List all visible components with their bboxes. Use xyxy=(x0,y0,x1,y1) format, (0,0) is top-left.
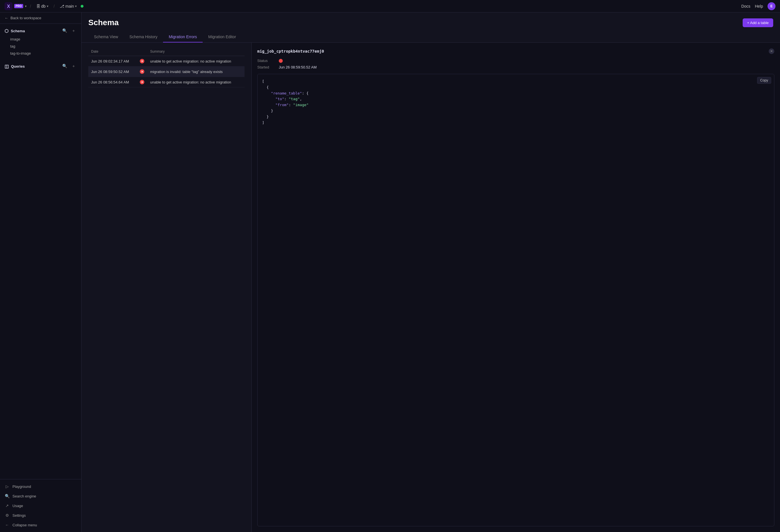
logo[interactable]: X PRO ▾ xyxy=(4,2,27,10)
git-branch-icon: ⎇ xyxy=(60,4,64,8)
tab-migration-errors[interactable]: Migration Errors xyxy=(163,32,203,42)
sidebar-item-search-engine[interactable]: 🔍 Search engine xyxy=(0,491,81,501)
detail-started-row: Started Jun 26 08:59:50.52 AM xyxy=(257,65,774,69)
error-summary: migration is invalid: table "tag" alread… xyxy=(147,66,245,77)
queries-section-title: ◫ Queries xyxy=(4,64,25,69)
branch-status-dot xyxy=(81,5,84,8)
content-area: Date Summary Jun 26 09:02:34.17 AM✕unabl… xyxy=(82,43,780,532)
schema-item-image[interactable]: image xyxy=(0,36,81,43)
error-circle-icon: ✕ xyxy=(140,59,144,63)
xata-logo-icon: X xyxy=(4,2,12,10)
svg-text:X: X xyxy=(7,4,10,9)
branch-name: main xyxy=(65,4,74,8)
branch-selector[interactable]: ⎇ main ▾ xyxy=(58,3,79,9)
schema-item-tag-to-image[interactable]: tag-to-image xyxy=(0,50,81,57)
tab-migration-editor[interactable]: Migration Editor xyxy=(203,32,242,42)
sidebar-item-usage[interactable]: ↗ Usage xyxy=(0,501,81,511)
settings-label: Settings xyxy=(12,513,26,518)
add-table-button[interactable]: + Add a table xyxy=(743,18,773,27)
nav-separator-2: / xyxy=(53,4,55,8)
schema-add-icon[interactable]: ＋ xyxy=(70,28,77,34)
schema-section-title: ⬡ Schema xyxy=(4,28,25,34)
topnav-right: Docs Help E xyxy=(741,2,776,10)
schema-label: Schema xyxy=(11,29,25,33)
db-selector[interactable]: 🗄 db ▾ xyxy=(35,3,50,9)
code-content: [ { "rename_table": { "to": "tag", "from… xyxy=(262,79,770,126)
queries-icon: ◫ xyxy=(4,64,9,69)
tag-to-image-table-label: tag-to-image xyxy=(10,51,31,55)
sidebar-item-settings[interactable]: ⚙ Settings xyxy=(0,511,81,520)
table-row[interactable]: Jun 26 09:02:34.17 AM✕unable to get acti… xyxy=(88,56,245,66)
playground-label: Playground xyxy=(12,484,31,489)
help-link[interactable]: Help xyxy=(755,4,763,8)
back-label: Back to workspace xyxy=(10,16,41,20)
user-avatar[interactable]: E xyxy=(768,2,776,10)
error-summary: unable to get active migration: no activ… xyxy=(147,77,245,88)
table-row[interactable]: Jun 26 08:56:54.64 AM✕unable to get acti… xyxy=(88,77,245,88)
tabs: Schema View Schema History Migration Err… xyxy=(88,32,773,42)
queries-label: Queries xyxy=(11,64,25,68)
schema-section: ⬡ Schema 🔍 ＋ image tag tag-to-image xyxy=(0,24,81,59)
sidebar-item-playground[interactable]: ▷ Playground xyxy=(0,482,81,491)
error-icon-cell: ✕ xyxy=(137,77,147,88)
tab-schema-history[interactable]: Schema History xyxy=(124,32,163,42)
branch-chevron-icon: ▾ xyxy=(75,4,77,8)
detail-close-button[interactable]: ✕ xyxy=(769,48,774,54)
main-header-top: Schema + Add a table xyxy=(88,18,773,27)
detail-meta: Status Started Jun 26 08:59:50.52 AM xyxy=(257,59,774,69)
back-to-workspace[interactable]: ← Back to workspace xyxy=(0,12,81,24)
table-row[interactable]: Jun 26 08:59:50.52 AM✕migration is inval… xyxy=(88,66,245,77)
queries-search-icon[interactable]: 🔍 xyxy=(61,63,68,69)
error-icon-cell: ✕ xyxy=(137,66,147,77)
settings-icon: ⚙ xyxy=(4,513,10,518)
db-icon: 🗄 xyxy=(36,4,40,8)
started-label: Started xyxy=(257,65,274,69)
schema-section-header[interactable]: ⬡ Schema 🔍 ＋ xyxy=(0,26,81,36)
queries-add-icon[interactable]: ＋ xyxy=(70,63,77,69)
collapse-label: Collapse menu xyxy=(12,523,37,527)
pro-chevron-icon: ▾ xyxy=(25,4,27,8)
db-name: db xyxy=(41,4,46,8)
app-body: ← Back to workspace ⬡ Schema 🔍 ＋ image t… xyxy=(0,12,780,532)
schema-section-actions: 🔍 ＋ xyxy=(61,28,77,34)
code-block: Copy [ { "rename_table": { "to": "tag", … xyxy=(257,74,774,526)
db-chevron-icon: ▾ xyxy=(47,4,48,8)
topnav-left: X PRO ▾ / 🗄 db ▾ / ⎇ main ▾ xyxy=(4,2,741,10)
nav-separator: / xyxy=(30,4,31,8)
queries-section-actions: 🔍 ＋ xyxy=(61,63,77,69)
queries-section-header[interactable]: ◫ Queries 🔍 ＋ xyxy=(0,61,81,71)
error-date: Jun 26 08:59:50.52 AM xyxy=(88,66,137,77)
error-date: Jun 26 08:56:54.64 AM xyxy=(88,77,137,88)
errors-panel: Date Summary Jun 26 09:02:34.17 AM✕unabl… xyxy=(82,43,251,532)
tab-schema-view[interactable]: Schema View xyxy=(88,32,124,42)
sidebar-bottom: ▷ Playground 🔍 Search engine ↗ Usage ⚙ S… xyxy=(0,479,81,532)
error-icon-cell: ✕ xyxy=(137,56,147,66)
started-value: Jun 26 08:59:50.52 AM xyxy=(279,65,317,69)
detail-panel: mig_job_cptropkb4ntvac77emj0 ✕ Status St… xyxy=(251,43,780,532)
search-engine-icon: 🔍 xyxy=(4,493,10,499)
col-error-icon xyxy=(137,47,147,56)
schema-item-tag[interactable]: tag xyxy=(0,43,81,50)
copy-button[interactable]: Copy xyxy=(757,77,771,84)
error-summary: unable to get active migration: no activ… xyxy=(147,56,245,66)
schema-icon: ⬡ xyxy=(4,28,8,34)
col-date: Date xyxy=(88,47,137,56)
queries-section: ◫ Queries 🔍 ＋ xyxy=(0,59,81,73)
main-header: Schema + Add a table Schema View Schema … xyxy=(82,12,780,43)
detail-title: mig_job_cptropkb4ntvac77emj0 xyxy=(257,49,324,53)
schema-search-icon[interactable]: 🔍 xyxy=(61,28,68,34)
usage-icon: ↗ xyxy=(4,503,10,508)
error-circle-icon: ✕ xyxy=(140,69,144,74)
error-circle-icon: ✕ xyxy=(140,80,144,84)
page-title: Schema xyxy=(88,18,118,27)
sidebar: ← Back to workspace ⬡ Schema 🔍 ＋ image t… xyxy=(0,12,82,532)
docs-link[interactable]: Docs xyxy=(741,4,750,8)
col-summary: Summary xyxy=(147,47,245,56)
usage-label: Usage xyxy=(12,504,23,508)
status-error-icon xyxy=(279,59,283,63)
topnav: X PRO ▾ / 🗄 db ▾ / ⎇ main ▾ Docs Help E xyxy=(0,0,780,12)
collapse-menu-item[interactable]: ← Collapse menu xyxy=(0,520,81,530)
image-table-label: image xyxy=(10,37,20,41)
back-arrow-icon: ← xyxy=(4,16,8,20)
pro-badge: PRO xyxy=(14,4,23,8)
